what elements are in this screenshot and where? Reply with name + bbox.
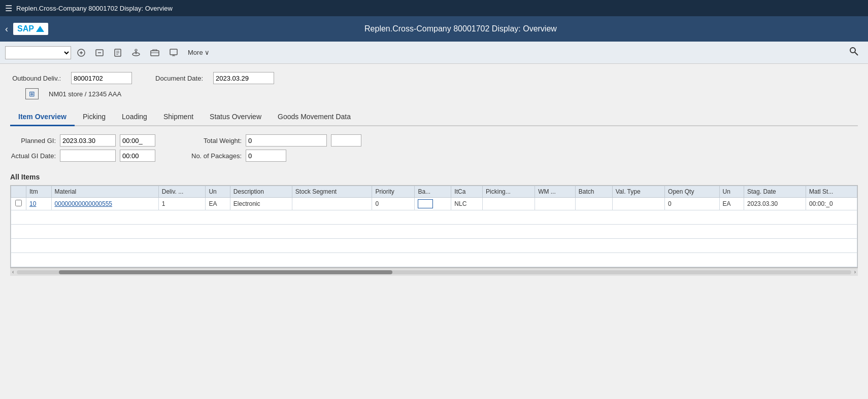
table-row-empty-3 [11,239,857,253]
gi-left-fields: Planned GI: Actual GI Date: [10,134,155,165]
total-weight-label: Total Weight: [186,137,242,144]
store-icon[interactable]: ⊞ [25,88,39,99]
row-open-qty: 0 [665,198,719,210]
sap-logo: SAP [13,23,48,35]
store-text: NM01 store / 12345 AAA [49,90,121,98]
store-row: ⊞ NM01 store / 12345 AAA [25,88,132,99]
row-description: Electronic [230,198,292,210]
scroll-thumb[interactable] [59,270,392,274]
planned-gi-date-input[interactable] [60,134,116,147]
svg-rect-6 [170,49,177,55]
outbound-input[interactable] [71,72,132,84]
document-date-row: Document Date: [152,72,274,84]
row-wm [535,198,576,210]
search-button[interactable] [845,44,863,61]
row-un2: EA [719,198,744,210]
col-header-matl-st: Matl St... [806,186,857,198]
actual-gi-time-input[interactable] [120,150,155,162]
outbound-row: Outbound Deliv.: [10,72,132,84]
svg-point-4 [135,49,137,51]
row-val-type [612,198,664,210]
left-form: Outbound Deliv.: ⊞ NM01 store / 12345 AA… [10,72,132,103]
row-itm: 10 [26,198,52,210]
document-date-label: Document Date: [152,75,203,82]
row-picking [483,198,535,210]
row-checkbox[interactable] [15,200,22,206]
toolbar-btn-1[interactable] [73,46,89,59]
header-bar: ‹ SAP Replen.Cross-Company 80001702 Disp… [0,16,868,42]
table-header-row: Itm Material Deliv. ... Un Description S… [11,186,857,198]
row-stag-date: 2023.03.30 [744,198,806,210]
row-material: 00000000000000555 [51,198,158,210]
col-header-wm: WM ... [535,186,576,198]
actual-gi-date-input[interactable] [60,150,116,162]
tab-status-overview[interactable]: Status Overview [202,108,270,126]
total-weight-input[interactable] [246,134,327,147]
export-icon [94,48,105,57]
total-weight-unit-input[interactable] [331,134,361,147]
row-deliv: 1 [158,198,206,210]
toolbar-btn-4[interactable] [128,46,144,59]
hat-icon [131,48,141,57]
col-header-priority: Priority [372,186,415,198]
col-header-batch: Batch [575,186,612,198]
toolbar-btn-3[interactable] [110,46,126,59]
col-header-material: Material [51,186,158,198]
table-row-empty-4 [11,253,857,267]
row-ba [415,198,451,210]
planned-gi-row: Planned GI: [10,134,155,147]
tab-picking[interactable]: Picking [75,108,114,126]
table-row-empty-1 [11,210,857,225]
scroll-track[interactable] [17,270,851,274]
row-priority: 0 [372,198,415,210]
menu-icon[interactable]: ☰ [5,4,12,13]
document-date-input[interactable] [213,72,274,84]
col-header-itm: Itm [26,186,52,198]
window-title: Replen.Cross-Company 80001702 Display: O… [16,5,173,12]
main-content: Outbound Deliv.: ⊞ NM01 store / 12345 AA… [0,64,868,284]
actual-gi-label: Actual GI Date: [10,152,56,160]
header-title: Replen.Cross-Company 80001702 Display: O… [58,24,863,33]
toolbar-select[interactable] [5,46,71,59]
col-header-picking: Picking... [483,186,535,198]
sap-triangle-icon [36,26,44,32]
box-icon [149,48,160,57]
tab-bar: Item Overview Picking Loading Shipment S… [10,108,858,126]
toolbar-btn-5[interactable] [146,46,163,59]
planned-gi-label: Planned GI: [10,137,56,144]
tab-shipment[interactable]: Shipment [155,108,202,126]
title-bar: ☰ Replen.Cross-Company 80001702 Display:… [0,0,868,16]
more-button[interactable]: More ∨ [184,47,214,58]
itm-link[interactable]: 10 [29,200,36,207]
col-header-ba: Ba... [415,186,451,198]
tab-goods-movement[interactable]: Goods Movement Data [270,108,359,126]
material-link[interactable]: 00000000000000555 [55,200,112,207]
row-matl-st: 00:00:_0 [806,198,857,210]
svg-point-7 [850,48,855,53]
svg-rect-5 [151,51,159,56]
toolbar-btn-2[interactable] [91,46,108,59]
tab-item-overview[interactable]: Item Overview [10,108,75,126]
tab-loading[interactable]: Loading [114,108,155,126]
gi-right-fields: Total Weight: No. of Packages: [186,134,361,165]
doc-icon [113,48,123,57]
no-packages-input[interactable] [246,150,286,162]
horizontal-scrollbar[interactable]: ‹ › [10,268,858,276]
row-un: EA [206,198,230,210]
edit-icon [76,48,86,57]
table-row-empty-2 [11,225,857,239]
col-header-open-qty: Open Qty [665,186,719,198]
col-header-un2: Un [719,186,744,198]
table-row: 10 00000000000000555 1 EA Electronic 0 [11,198,857,210]
toolbar-btn-6[interactable] [165,46,182,59]
ba-input[interactable] [418,199,433,208]
back-button[interactable]: ‹ [5,24,8,34]
col-header-deliv: Deliv. ... [158,186,206,198]
scroll-right-arrow[interactable]: › [852,269,858,275]
scroll-left-arrow[interactable]: ‹ [10,269,16,275]
planned-gi-time-input[interactable] [120,134,155,147]
col-header-val-type: Val. Type [612,186,664,198]
col-header-checkbox [11,186,26,198]
col-header-description: Description [230,186,292,198]
col-header-itca: ItCa [451,186,483,198]
